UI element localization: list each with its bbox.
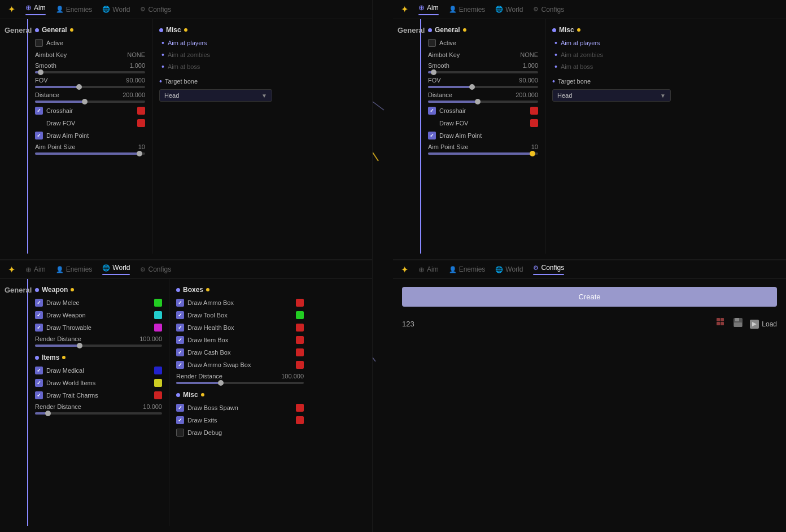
bl-draw-ammo-swap-box-checkbox[interactable] bbox=[176, 361, 184, 369]
tl-draw-fov-color[interactable] bbox=[137, 119, 145, 127]
nav-item-aim-br[interactable]: ⊕ Aim bbox=[418, 265, 439, 274]
tr-distance-slider[interactable] bbox=[428, 101, 538, 103]
tl-active-checkbox[interactable] bbox=[35, 39, 43, 47]
bl-draw-world-items-checkbox[interactable] bbox=[35, 379, 43, 387]
bl-draw-exits-color[interactable] bbox=[296, 416, 304, 424]
nav-item-enemies-bl[interactable]: 👤 Enemies bbox=[56, 265, 93, 273]
tl-target-bone-dropdown[interactable]: Head ▼ bbox=[159, 89, 272, 102]
tr-draw-aim-checkbox[interactable] bbox=[428, 132, 436, 139]
nav-item-aim-tl[interactable]: ⊕ Aim bbox=[25, 3, 46, 15]
bl-draw-cash-box-color[interactable] bbox=[296, 348, 304, 356]
tr-aim-zombies-label[interactable]: Aim at zombies bbox=[561, 51, 603, 58]
bl-draw-throwable-color[interactable] bbox=[154, 324, 162, 332]
tl-draw-aim-checkbox[interactable] bbox=[35, 132, 43, 139]
bl-draw-world-items-color[interactable] bbox=[154, 379, 162, 387]
bl-draw-trait-charms-color[interactable] bbox=[154, 391, 162, 399]
tl-aim-boss[interactable]: • Aim at boss bbox=[159, 62, 276, 71]
bl-draw-trait-charms-checkbox[interactable] bbox=[35, 391, 43, 399]
bl-draw-tool-box-color[interactable] bbox=[296, 311, 304, 319]
tr-active-checkbox[interactable] bbox=[428, 39, 436, 47]
nav-item-configs-tr[interactable]: ⚙ Configs bbox=[533, 6, 564, 14]
aim-label-tr[interactable]: Aim bbox=[427, 4, 439, 12]
tl-aim-zombies-label[interactable]: Aim at zombies bbox=[168, 51, 210, 58]
tl-aim-boss-label[interactable]: Aim at boss bbox=[168, 63, 200, 70]
enemies-label-br[interactable]: Enemies bbox=[459, 265, 486, 273]
nav-item-world-tl[interactable]: 🌐 World bbox=[102, 6, 130, 14]
tr-aim-boss-label[interactable]: Aim at boss bbox=[561, 63, 593, 70]
tr-smooth-slider[interactable] bbox=[428, 71, 538, 73]
tl-crosshair-color[interactable] bbox=[137, 107, 145, 115]
tl-smooth-slider[interactable] bbox=[35, 71, 145, 73]
bl-draw-exits-checkbox[interactable] bbox=[176, 416, 184, 424]
aim-label-br[interactable]: Aim bbox=[427, 265, 439, 273]
bl-draw-weapon-checkbox[interactable] bbox=[35, 311, 43, 319]
nav-item-aim-bl[interactable]: ⊕ Aim bbox=[25, 265, 46, 274]
bl-draw-melee-checkbox[interactable] bbox=[35, 299, 43, 307]
config-load-button[interactable]: Load bbox=[749, 319, 777, 329]
tr-aim-boss[interactable]: • Aim at boss bbox=[552, 62, 674, 71]
bl-draw-ammo-box-checkbox[interactable] bbox=[176, 299, 184, 307]
config-delete-button[interactable] bbox=[715, 317, 727, 331]
bl-weapon-render-slider[interactable] bbox=[35, 345, 162, 347]
nav-item-configs-br[interactable]: ⚙ Configs bbox=[533, 264, 564, 275]
bl-draw-weapon-color[interactable] bbox=[154, 311, 162, 319]
nav-item-configs-bl[interactable]: ⚙ Configs bbox=[140, 265, 171, 273]
nav-item-world-br[interactable]: 🌐 World bbox=[495, 265, 523, 273]
configs-label-br[interactable]: Configs bbox=[541, 264, 564, 272]
bl-boxes-render-slider[interactable] bbox=[176, 382, 304, 384]
tr-aim-size-slider[interactable] bbox=[428, 152, 538, 155]
bl-draw-tool-box-checkbox[interactable] bbox=[176, 311, 184, 319]
tr-draw-fov-color[interactable] bbox=[530, 119, 538, 127]
tl-aim-players-label[interactable]: Aim at players bbox=[168, 40, 207, 46]
tr-crosshair-color[interactable] bbox=[530, 107, 538, 115]
world-label-bl[interactable]: World bbox=[112, 264, 130, 272]
bl-draw-cash-box-checkbox[interactable] bbox=[176, 348, 184, 356]
configs-label-tr[interactable]: Configs bbox=[541, 6, 564, 14]
bl-draw-ammo-swap-box-color[interactable] bbox=[296, 361, 304, 369]
tr-aim-zombies[interactable]: • Aim at zombies bbox=[552, 50, 674, 59]
bl-draw-melee-color[interactable] bbox=[154, 299, 162, 307]
tr-crosshair-checkbox[interactable] bbox=[428, 107, 436, 115]
create-config-button[interactable]: Create bbox=[402, 287, 777, 307]
world-label-br[interactable]: World bbox=[505, 265, 523, 273]
bl-draw-boss-spawn-checkbox[interactable] bbox=[176, 404, 184, 412]
nav-item-aim-tr[interactable]: ⊕ Aim bbox=[418, 3, 439, 15]
bl-draw-item-box-checkbox[interactable] bbox=[176, 336, 184, 344]
aim-label-bl[interactable]: Aim bbox=[34, 265, 46, 273]
tr-aim-players[interactable]: • Aim at players bbox=[552, 38, 674, 47]
config-save-button[interactable] bbox=[732, 317, 744, 331]
bl-draw-ammo-box-color[interactable] bbox=[296, 299, 304, 307]
bl-draw-health-box-checkbox[interactable] bbox=[176, 324, 184, 332]
tl-aim-size-slider[interactable] bbox=[35, 152, 145, 155]
tl-aim-players[interactable]: • Aim at players bbox=[159, 38, 276, 47]
bl-items-render-slider[interactable] bbox=[35, 412, 162, 415]
nav-item-configs-tl[interactable]: ⚙ Configs bbox=[140, 6, 171, 14]
nav-item-world-tr[interactable]: 🌐 World bbox=[495, 6, 523, 14]
world-label-tr[interactable]: World bbox=[505, 6, 523, 14]
enemies-label-tl[interactable]: Enemies bbox=[66, 6, 93, 14]
tr-target-bone-dropdown[interactable]: Head ▼ bbox=[552, 89, 671, 102]
tr-fov-slider[interactable] bbox=[428, 86, 538, 88]
nav-item-enemies-tl[interactable]: 👤 Enemies bbox=[56, 6, 93, 14]
bl-draw-medical-color[interactable] bbox=[154, 367, 162, 374]
enemies-label-tr[interactable]: Enemies bbox=[459, 6, 486, 14]
configs-label-tl[interactable]: Configs bbox=[148, 6, 171, 14]
tl-fov-slider[interactable] bbox=[35, 86, 145, 88]
configs-label-bl[interactable]: Configs bbox=[148, 265, 171, 273]
tl-aim-zombies[interactable]: • Aim at zombies bbox=[159, 50, 276, 59]
tl-distance-slider[interactable] bbox=[35, 101, 145, 103]
tl-crosshair-checkbox[interactable] bbox=[35, 107, 43, 115]
config-load-label[interactable]: Load bbox=[762, 320, 777, 328]
bl-draw-throwable-checkbox[interactable] bbox=[35, 324, 43, 332]
tr-aim-players-label[interactable]: Aim at players bbox=[561, 40, 600, 46]
bl-draw-medical-checkbox[interactable] bbox=[35, 367, 43, 374]
nav-item-enemies-br[interactable]: 👤 Enemies bbox=[449, 265, 486, 273]
nav-item-enemies-tr[interactable]: 👤 Enemies bbox=[449, 6, 486, 14]
aim-label-tl[interactable]: Aim bbox=[34, 4, 46, 12]
bl-draw-debug-checkbox[interactable] bbox=[176, 429, 184, 437]
enemies-label-bl[interactable]: Enemies bbox=[66, 265, 93, 273]
bl-draw-boss-spawn-color[interactable] bbox=[296, 404, 304, 412]
nav-item-world-bl[interactable]: 🌐 World bbox=[102, 264, 130, 275]
bl-draw-health-box-color[interactable] bbox=[296, 324, 304, 332]
world-label-tl[interactable]: World bbox=[112, 6, 130, 14]
